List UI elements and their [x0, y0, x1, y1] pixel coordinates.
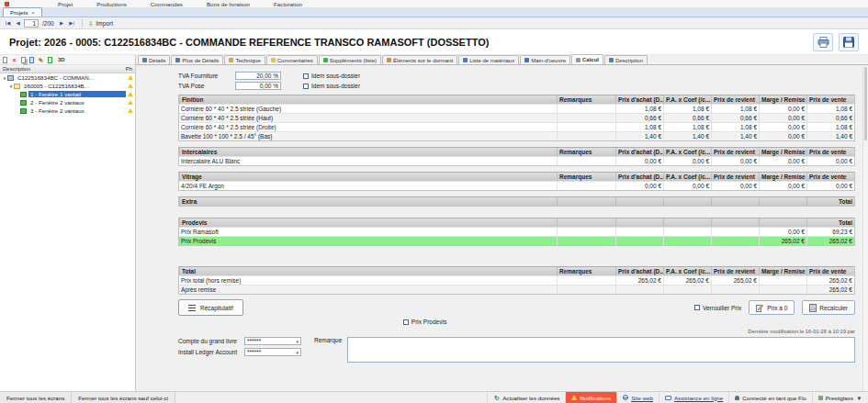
tva-value-input[interactable]: 0,00 % [235, 82, 281, 90]
first-record-button[interactable]: |◀ [4, 19, 12, 28]
section-prodevis: ProdevisTotalPrix Ramasoft0,00 €69,23 €P… [178, 218, 855, 246]
table-row[interactable]: Après remise265,02 € [179, 285, 854, 294]
column-header: Prix de revient [711, 95, 759, 104]
paste-icon[interactable] [29, 57, 34, 63]
view-3d-button[interactable]: 3D [58, 57, 65, 62]
remarque-textarea[interactable] [347, 337, 855, 363]
tree-item-260005-c122516834b[interactable]: ▾260005 - C122516834B... [0, 82, 135, 90]
tab-commentaires[interactable]: Commentaires [266, 55, 318, 64]
idem-sous-dossier-checkbox[interactable] [303, 73, 309, 79]
vertical-scrollbar[interactable] [862, 66, 868, 391]
cell [759, 276, 806, 285]
tab-liste-de-materiaux[interactable]: Liste de matériaux [458, 55, 519, 64]
column-header [663, 197, 711, 206]
tab-calcul[interactable]: Calcul [571, 54, 603, 64]
section-title: Prodevis [179, 218, 557, 227]
edit-icon[interactable]: ✎ [38, 56, 44, 64]
save-button[interactable] [839, 33, 859, 51]
section-title: Extra [179, 197, 557, 206]
previous-record-button[interactable]: ◀ [14, 19, 22, 28]
idem-sous-dossier-checkbox[interactable] [303, 84, 309, 89]
table-row[interactable]: Prix Ramasoft0,00 €69,23 € [179, 227, 854, 236]
tree-item-1-fenetre-1-vantail[interactable]: 1 - Fenêtre 1 vantail [0, 90, 135, 98]
tab-main-d-oeuvre[interactable]: Main-d'oeuvre [520, 55, 570, 64]
cell: 0,00 € [711, 182, 759, 190]
statusbar-button-fermer-tous-les-ecrans[interactable]: Fermer tous les écrans [0, 392, 72, 403]
recapitulatif-button[interactable]: Récapitulatif [178, 299, 243, 316]
window-tab-projets[interactable]: Projets × [3, 7, 42, 17]
table-row[interactable]: Cornière 60 * 40 * 2.5 striée (Haut)0,66… [179, 113, 854, 122]
ledger-value: ****** [247, 349, 261, 355]
delete-icon[interactable]: × [11, 56, 17, 64]
statusbar-button-fermer-tous-les-ecrans-sauf-celui-ci[interactable]: Fermer tous les écrans sauf celui-ci [72, 392, 175, 403]
statusbar-item-site-web[interactable]: Site web [616, 392, 659, 403]
menu-item-projet[interactable]: Projet [46, 1, 85, 7]
tab-supplements-liste[interactable]: Suppléments (liste) [319, 55, 381, 64]
tab-description[interactable]: Description [604, 55, 648, 64]
next-record-button[interactable]: ▶ [58, 19, 66, 28]
record-number-input[interactable]: 1 [24, 19, 39, 28]
statusbar-item-label: Assistance en ligne [674, 395, 723, 401]
statusbar-item-assistance-en-ligne[interactable]: Assistance en ligne [659, 392, 728, 403]
tab-technique[interactable]: Technique [224, 55, 265, 64]
section-header: FinitionRemarquesPrix d'achat (D...P.A. … [179, 95, 854, 104]
grand-livre-label: Compte du grand livre [178, 338, 241, 344]
last-record-button[interactable]: ▶| [68, 19, 76, 28]
statusbar-item-prestiglass[interactable]: Prestiglass▾ [812, 392, 868, 403]
tree-item-3-fenetre-2-vantaux[interactable]: 3 - Fenêtre 2 vantaux [0, 106, 135, 115]
cell [557, 237, 615, 245]
statusbar-item-actualiser-les-donnees[interactable]: ↻Actualiser les données [487, 392, 565, 403]
print-button[interactable] [813, 33, 833, 51]
table-row[interactable]: Bavette 100 * 100 * 2.5 / 45° (Bas)1,40 … [179, 131, 854, 140]
row-label: 4/20/4 FE Argon [179, 182, 557, 190]
section-title: Total [179, 267, 557, 275]
tree-item-c122516834bc-comman[interactable]: ▾C122516834BC - COMMAN... [0, 73, 135, 82]
tree-item-2-fenetre-2-vantaux[interactable]: 2 - Fenêtre 2 vantaux [0, 98, 135, 106]
row-label: Prix Ramasoft [179, 228, 557, 236]
tab-elements-sur-le-dormant[interactable]: Éléments sur le dormant [382, 55, 457, 64]
tab-label: Liste de matériaux [469, 58, 514, 63]
table-row[interactable]: Cornière 60 * 40 * 2.5 striée (Droite)1,… [179, 122, 854, 131]
copy-icon[interactable] [21, 57, 26, 63]
wrench-icon [229, 58, 233, 62]
tab-plus-de-details[interactable]: Plus de Détails [171, 55, 223, 64]
new-item-icon[interactable] [3, 57, 7, 63]
statusbar-item-connecte-en-tant-que-flo[interactable]: Connecté en tant que Flo [728, 392, 812, 403]
table-row[interactable]: Prix Prodevis265,02 €265,02 € [179, 236, 854, 245]
menu-item-commandes[interactable]: Commandes [139, 1, 195, 7]
table-row[interactable]: Intercalaire ALU Blanc0,00 €0,00 €0,00 €… [179, 156, 854, 165]
statusbar-item-notifications[interactable]: Notifications [565, 392, 616, 403]
menu-item-bons-de-livraison[interactable]: Bons de livraison [195, 1, 262, 7]
cell [557, 114, 615, 122]
scrollbar-thumb[interactable] [864, 67, 867, 140]
cell: 1,08 € [711, 105, 759, 113]
menu-item-facturation[interactable]: Facturation [262, 1, 314, 7]
verrouiller-prix-label: Verrouiller Prix [703, 305, 741, 311]
table-row[interactable]: Cornière 60 * 40 * 2.5 striée (Gauche)1,… [179, 104, 854, 113]
tva-row-tva-fourniture: TVA Fourniture20,00 %Idem sous-dossier [178, 71, 855, 81]
prix-prodevis-checkbox[interactable] [403, 319, 409, 325]
prix-a-0-button[interactable]: Prix à 0 [749, 300, 795, 315]
project-tree: ▾C122516834BC - COMMAN...▾260005 - C1225… [0, 73, 135, 391]
recalculer-button[interactable]: Recalculer [802, 300, 855, 315]
menu-item-productions[interactable]: Productions [85, 1, 139, 7]
close-icon[interactable]: × [31, 10, 35, 16]
table-row[interactable]: Prix total (hors remise)265,02 €265,02 €… [179, 275, 854, 285]
window-icon [20, 92, 27, 97]
tab-details[interactable]: Détails [138, 55, 170, 64]
user-icon [735, 396, 739, 400]
section-title: Finition [179, 95, 557, 104]
add-list-icon [323, 58, 328, 62]
cell: 0,00 € [759, 105, 806, 113]
verrouiller-prix-checkbox[interactable] [694, 305, 700, 310]
last-modified-text: Dernière modification le 16-01-26 à 10:1… [178, 329, 855, 334]
import-button[interactable]: ⇩ Import [88, 20, 113, 27]
tva-value-input[interactable]: 20,00 % [235, 72, 281, 80]
ledger-select[interactable]: ****** ▾ [244, 348, 301, 356]
cell [557, 123, 615, 131]
calc-table: FinitionRemarquesPrix d'achat (D...P.A. … [178, 95, 855, 295]
grand-livre-select[interactable]: ****** ▾ [244, 337, 301, 345]
globe-icon [623, 395, 628, 400]
preview-icon[interactable] [48, 57, 52, 63]
table-row[interactable]: 4/20/4 FE Argon0,00 €0,00 €0,00 €0,00 €0… [179, 181, 854, 190]
